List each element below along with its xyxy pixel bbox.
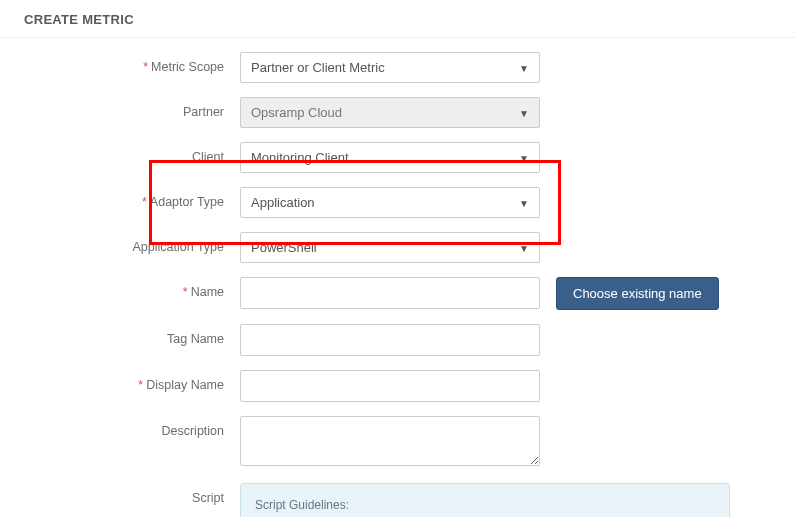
chevron-down-icon: ▼ <box>519 152 529 163</box>
label-name: *Name <box>0 277 240 299</box>
label-tag-name: Tag Name <box>0 324 240 346</box>
application-type-select[interactable]: PowerShell ▼ <box>240 232 540 263</box>
label-script: Script <box>0 483 240 505</box>
label-application-type: Application Type <box>0 232 240 254</box>
display-name-input[interactable] <box>240 370 540 402</box>
chevron-down-icon: ▼ <box>519 242 529 253</box>
chevron-down-icon: ▼ <box>519 107 529 118</box>
label-metric-scope: *Metric Scope <box>0 52 240 74</box>
metric-scope-select[interactable]: Partner or Client Metric ▼ <box>240 52 540 83</box>
script-guidelines-panel: Script Guidelines: 1. Output from script… <box>240 483 730 517</box>
chevron-down-icon: ▼ <box>519 62 529 73</box>
label-partner: Partner <box>0 97 240 119</box>
create-metric-form: *Metric Scope Partner or Client Metric ▼… <box>0 38 795 517</box>
tag-name-input[interactable] <box>240 324 540 356</box>
label-client: Client <box>0 142 240 164</box>
script-guidelines-heading: Script Guidelines: <box>255 496 715 515</box>
client-select[interactable]: Monitoring Client ▼ <box>240 142 540 173</box>
label-adaptor-type: *Adaptor Type <box>0 187 240 209</box>
page-title: CREATE METRIC <box>0 0 795 38</box>
chevron-down-icon: ▼ <box>519 197 529 208</box>
description-textarea[interactable] <box>240 416 540 466</box>
adaptor-type-select[interactable]: Application ▼ <box>240 187 540 218</box>
name-input[interactable] <box>240 277 540 309</box>
label-description: Description <box>0 416 240 438</box>
partner-select[interactable]: Opsramp Cloud ▼ <box>240 97 540 128</box>
choose-existing-name-button[interactable]: Choose existing name <box>556 277 719 310</box>
label-display-name: *Display Name <box>0 370 240 392</box>
